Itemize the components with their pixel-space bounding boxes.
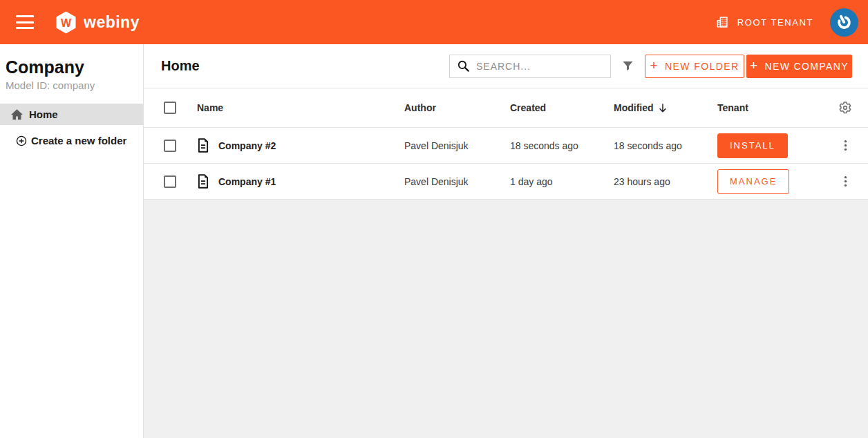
page-title: Home <box>161 58 200 74</box>
brand-wordmark: webiny <box>84 15 140 30</box>
plus-icon: + <box>750 59 759 72</box>
entry-name: Company #2 <box>218 140 276 151</box>
row-checkbox[interactable] <box>164 140 176 152</box>
search-input[interactable] <box>476 61 605 72</box>
building-icon <box>715 15 730 30</box>
main-content: Home + NEW FOLDER + NEW COMPANY <box>144 44 868 438</box>
sidebar-item-label: Create a new folder <box>31 135 126 146</box>
sidebar-item-label: Home <box>29 108 58 120</box>
row-menu-button[interactable] <box>836 136 855 155</box>
new-company-button[interactable]: + NEW COMPANY <box>746 55 852 78</box>
entry-modified: 18 seconds ago <box>614 140 717 151</box>
top-app-bar: W webiny ROOT TENANT <box>0 0 868 44</box>
row-checkbox[interactable] <box>164 175 176 188</box>
home-icon <box>10 108 23 120</box>
tenant-selector[interactable]: ROOT TENANT <box>715 15 813 30</box>
search-icon <box>457 59 470 73</box>
new-folder-button[interactable]: + NEW FOLDER <box>645 55 744 78</box>
kebab-menu-icon <box>844 175 847 188</box>
gear-icon <box>838 100 853 115</box>
plus-icon: + <box>650 59 659 72</box>
column-header-created: Created <box>510 102 614 113</box>
column-header-tenant: Tenant <box>717 102 822 113</box>
folder-tree: Home Create a new folder <box>0 104 143 151</box>
tenant-label: ROOT TENANT <box>737 17 813 28</box>
entry-name: Company #1 <box>218 176 276 187</box>
logo-letter: W <box>61 17 72 28</box>
entry-author: Pavel Denisjuk <box>404 140 510 151</box>
tenant-manage-button[interactable]: MANAGE <box>717 169 789 194</box>
table-settings-button[interactable] <box>836 98 855 117</box>
search-box <box>449 55 611 78</box>
column-header-name: Name <box>197 102 404 113</box>
table-row: Company #1 Pavel Denisjuk 1 day ago 23 h… <box>144 164 868 200</box>
webiny-logo: W webiny <box>55 11 140 34</box>
entries-table: Name Author Created Modified <box>144 88 868 200</box>
sidebar: Company Model ID: company Home Cr <box>0 44 144 438</box>
entry-author: Pavel Denisjuk <box>404 176 510 187</box>
model-id-subtitle: Model ID: company <box>0 79 143 91</box>
power-avatar-icon <box>835 13 853 32</box>
column-header-modified[interactable]: Modified <box>614 102 717 113</box>
column-header-author: Author <box>404 102 510 113</box>
document-icon <box>197 138 209 153</box>
plus-circle-icon <box>15 135 28 146</box>
webiny-hexagon-icon: W <box>55 11 77 34</box>
hamburger-menu-icon[interactable] <box>16 15 34 29</box>
kebab-menu-icon <box>844 139 847 152</box>
tenant-install-button[interactable]: INSTALL <box>717 133 788 158</box>
model-title: Company <box>0 57 143 77</box>
entry-name-cell[interactable]: Company #1 <box>197 174 404 189</box>
entry-created: 1 day ago <box>510 176 614 187</box>
sidebar-item-create-folder[interactable]: Create a new folder <box>0 130 143 151</box>
document-icon <box>197 174 209 189</box>
row-menu-button[interactable] <box>836 172 855 191</box>
entry-name-cell[interactable]: Company #2 <box>197 138 404 153</box>
table-header-row: Name Author Created Modified <box>144 88 868 128</box>
list-toolbar: Home + NEW FOLDER + NEW COMPANY <box>144 44 868 88</box>
table-row: Company #2 Pavel Denisjuk 18 seconds ago… <box>144 128 868 164</box>
entry-modified: 23 hours ago <box>614 176 717 187</box>
select-all-checkbox[interactable] <box>164 102 176 114</box>
sort-desc-arrow-icon <box>658 103 668 113</box>
user-avatar[interactable] <box>830 8 858 37</box>
entry-created: 18 seconds ago <box>510 140 614 151</box>
sidebar-item-home[interactable]: Home <box>0 104 143 125</box>
filter-button[interactable] <box>620 59 635 73</box>
filter-icon <box>621 59 635 73</box>
empty-area <box>144 200 868 438</box>
